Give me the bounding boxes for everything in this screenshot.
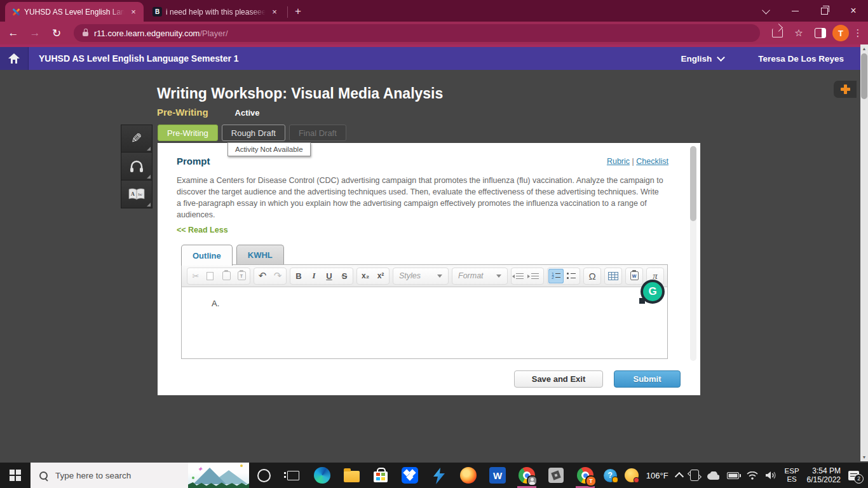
taskbar-app-dropbox[interactable]: [395, 463, 424, 488]
browser-menu-button[interactable]: ⋮: [851, 27, 864, 39]
glossary-tool-button[interactable]: A bc: [121, 180, 153, 208]
user-name[interactable]: Teresa De Los Reyes: [758, 54, 844, 64]
italic-button[interactable]: I: [306, 269, 322, 283]
caret-down-icon: [437, 274, 442, 278]
paste-from-word-button[interactable]: W: [627, 269, 642, 283]
tab-close-icon[interactable]: ×: [269, 7, 280, 17]
paste-text-button[interactable]: T: [234, 269, 249, 283]
restore-button[interactable]: [810, 0, 839, 22]
panel-scrollbar[interactable]: [690, 146, 696, 361]
cut-button[interactable]: ✂: [188, 269, 203, 283]
notes-tool-button[interactable]: ✎: [121, 125, 153, 152]
clock[interactable]: 3:54 PM 6/15/2022: [807, 466, 841, 484]
paste-button[interactable]: [219, 269, 234, 283]
increase-indent-button[interactable]: [527, 269, 543, 283]
taskbar-app-file-explorer[interactable]: [337, 463, 366, 488]
forward-button[interactable]: →: [25, 24, 44, 43]
volume-tray-icon[interactable]: [766, 471, 777, 480]
panel-scrollbar-thumb[interactable]: [690, 146, 696, 221]
taskbar-search[interactable]: Type here to search ✦: [31, 463, 249, 488]
language-indicator[interactable]: ESP ES: [785, 467, 799, 484]
tab-close-icon[interactable]: ×: [128, 7, 139, 17]
audio-tool-button[interactable]: [121, 152, 153, 180]
read-less-link[interactable]: << Read Less: [177, 226, 228, 234]
status-badge: Active: [235, 108, 260, 118]
tab-search-button[interactable]: [751, 0, 780, 22]
styles-dropdown[interactable]: Styles: [394, 269, 447, 283]
prompt-heading: Prompt: [177, 156, 210, 166]
add-note-button[interactable]: [834, 81, 857, 98]
checklist-link[interactable]: Checklist: [636, 157, 668, 166]
browser-tab-active[interactable]: YUHSD AS Level English Languag ×: [5, 2, 144, 22]
start-button[interactable]: [0, 463, 31, 488]
activity-tooltip: Activity Not Available: [227, 142, 311, 156]
submit-button[interactable]: Submit: [614, 370, 681, 388]
numbered-list-button[interactable]: 12: [548, 269, 564, 283]
back-button[interactable]: ←: [4, 24, 23, 43]
chevron-down-icon: [717, 53, 725, 62]
share-button[interactable]: [768, 24, 787, 43]
wifi-tray-icon[interactable]: [747, 471, 758, 480]
reload-button[interactable]: ↻: [47, 24, 66, 43]
onedrive-tray-icon[interactable]: [707, 471, 719, 480]
action-center-button[interactable]: 2: [848, 471, 859, 480]
device-sync-tray-icon[interactable]: [690, 470, 699, 481]
undo-button[interactable]: ↶: [255, 269, 270, 283]
tab-outline[interactable]: Outline: [181, 245, 233, 266]
home-button[interactable]: [0, 47, 29, 70]
taskbar-app-word[interactable]: W: [483, 463, 512, 488]
subscript-button[interactable]: x₂: [358, 269, 373, 283]
temperature-label[interactable]: 106°F: [646, 471, 668, 480]
search-highlights-art[interactable]: ✦: [188, 463, 249, 488]
prompt-body: Examine a Centers for Disease Control (C…: [177, 175, 663, 220]
grammarly-widget[interactable]: G: [641, 280, 665, 304]
stage-tab-pre-writing[interactable]: Pre-Writing: [158, 125, 218, 141]
special-character-button[interactable]: Ω: [585, 269, 600, 283]
cortana-button[interactable]: [249, 463, 278, 488]
copy-button[interactable]: [203, 269, 219, 283]
battery-tray-icon[interactable]: [727, 472, 739, 479]
taskbar-app-firefox[interactable]: [454, 463, 483, 488]
close-window-button[interactable]: ×: [839, 0, 868, 22]
taskbar-app-roblox[interactable]: [541, 463, 571, 488]
decrease-indent-button[interactable]: [512, 269, 527, 283]
scrollbar-thumb[interactable]: [861, 53, 867, 99]
plus-icon: [841, 85, 850, 94]
minimize-button[interactable]: [780, 0, 810, 22]
taskbar-app-edge[interactable]: [308, 463, 337, 488]
taskbar-app-chrome-profile[interactable]: [512, 463, 541, 488]
language-selector[interactable]: English: [681, 54, 724, 64]
save-and-exit-button[interactable]: Save and Exit: [514, 370, 603, 388]
bulleted-list-button[interactable]: [564, 269, 579, 283]
address-bar[interactable]: r11.core.learn.edgenuity.com/Player/: [74, 24, 760, 42]
taskbar-app-chrome-active[interactable]: T: [571, 463, 600, 488]
bold-button[interactable]: B: [291, 269, 306, 283]
paste-word-group: W: [625, 268, 643, 285]
editor-content[interactable]: A.: [182, 287, 667, 359]
show-hidden-icons-button[interactable]: [676, 471, 682, 480]
rubric-link[interactable]: Rubric: [607, 157, 630, 166]
url-path: /Player/: [200, 29, 227, 38]
browser-tab-inactive[interactable]: B i need help with this pleaseee wh ×: [146, 2, 285, 22]
redo-button[interactable]: ↷: [270, 269, 285, 283]
browser-profile-avatar[interactable]: T: [832, 25, 849, 41]
taskbar-app-lightning[interactable]: [424, 463, 454, 488]
side-panel-button[interactable]: [811, 24, 830, 43]
underline-button[interactable]: U: [322, 269, 337, 283]
taskbar-app-store[interactable]: [366, 463, 395, 488]
insert-table-button[interactable]: [606, 269, 621, 283]
scroll-up-button[interactable]: ▲: [860, 44, 868, 53]
tab-kwhl[interactable]: KWHL: [236, 245, 284, 264]
stage-tab-rough-draft[interactable]: Rough Draft: [222, 125, 285, 141]
strikethrough-button[interactable]: S: [337, 269, 352, 283]
format-dropdown[interactable]: Format: [453, 269, 506, 283]
pencil-icon: ✎: [131, 131, 142, 146]
superscript-button[interactable]: x²: [373, 269, 388, 283]
get-help-tray-icon[interactable]: ?: [604, 469, 617, 482]
weather-tray-icon[interactable]: [625, 468, 639, 482]
bookmark-button[interactable]: ☆: [789, 24, 808, 43]
scroll-down-button[interactable]: ▼: [860, 453, 868, 461]
page-scrollbar[interactable]: ▲ ▼: [860, 44, 868, 461]
task-view-button[interactable]: [278, 463, 308, 488]
new-tab-button[interactable]: +: [290, 4, 306, 19]
